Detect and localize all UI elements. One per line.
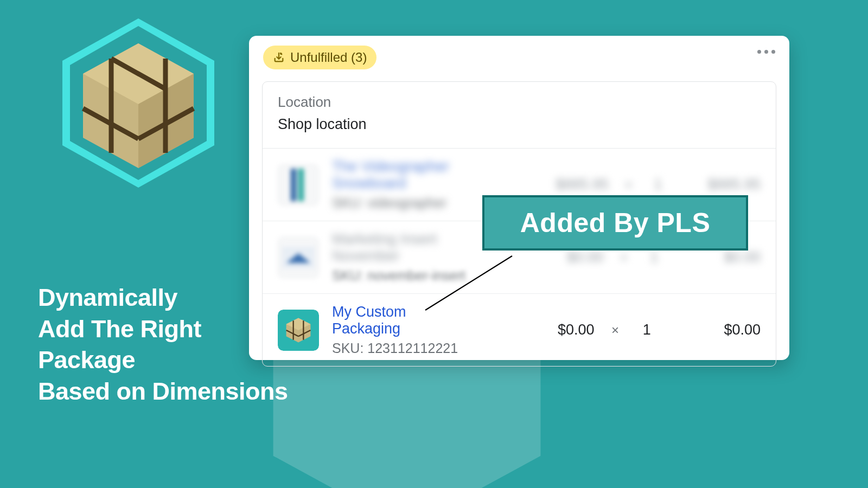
line-item-title[interactable]: Marketing Insert November	[332, 231, 492, 265]
line-item-main: The Videographer Snowboard SKU: videogra…	[332, 158, 501, 211]
line-item-price: $0.00	[505, 249, 603, 266]
unfulfilled-icon	[273, 52, 285, 63]
location-label: Location	[278, 94, 761, 111]
line-item-thumb	[278, 237, 319, 278]
line-item-price: $0.00	[488, 322, 594, 338]
svg-rect-18	[298, 169, 304, 201]
promo-stage: Dynamically Add The Right Package Based …	[0, 0, 868, 488]
line-item-sku: SKU: november-insert	[332, 268, 492, 284]
card-header: Unfulfilled (3)	[249, 36, 789, 74]
package-icon	[278, 310, 319, 351]
line-item-qty: 1	[644, 249, 664, 266]
callout-text: Added By PLS	[520, 207, 710, 239]
line-item-thumb	[278, 310, 319, 351]
line-item-main: Marketing Insert November SKU: november-…	[332, 231, 492, 284]
line-item-total: $0.00	[671, 322, 761, 338]
line-item-thumb	[278, 164, 319, 206]
line-item-sku: SKU: 123112112221	[332, 341, 475, 356]
line-item-total: $885.95	[680, 176, 761, 193]
unfulfilled-badge-label: Unfulfilled (3)	[290, 50, 367, 65]
app-logo	[57, 16, 220, 190]
added-by-pls-callout: Added By PLS	[482, 195, 748, 251]
line-item-sku: SKU: videographer	[332, 195, 501, 211]
line-item-main: My Custom Packaging SKU: 123112112221	[332, 304, 475, 356]
line-item-qty: 1	[649, 176, 668, 193]
times-icon: ×	[607, 323, 623, 338]
location-section: Location Shop location	[263, 82, 776, 149]
line-item-price: $885.95	[514, 176, 609, 193]
location-value: Shop location	[278, 116, 761, 133]
line-item-total: $0.00	[677, 249, 761, 266]
svg-rect-17	[291, 169, 296, 201]
card-more-menu[interactable]	[757, 50, 775, 54]
unfulfilled-badge: Unfulfilled (3)	[263, 46, 376, 69]
times-icon: ×	[616, 250, 631, 265]
line-item-title[interactable]: The Videographer Snowboard	[332, 158, 501, 192]
line-item-row: My Custom Packaging SKU: 123112112221 $0…	[263, 294, 776, 366]
tagline-line: Based on Dimensions	[38, 376, 288, 407]
line-item-qty: 1	[636, 322, 658, 338]
fulfillment-card: Unfulfilled (3) Location Shop location T…	[249, 36, 789, 360]
times-icon: ×	[622, 177, 636, 192]
line-item-title[interactable]: My Custom Packaging	[332, 304, 475, 337]
